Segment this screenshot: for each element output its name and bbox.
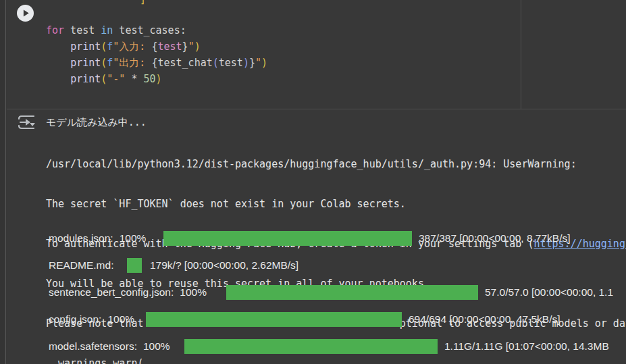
progress-percent: 100%	[120, 232, 147, 244]
warning-block: /usr/local/lib/python3.12/dist-packages/…	[46, 132, 626, 364]
code-line: for test in test_cases:	[46, 22, 267, 38]
progress-bar	[146, 312, 402, 327]
cell-output-icon	[16, 113, 36, 134]
code-cell-right-divider	[521, 0, 521, 109]
progress-row-model-safetensors: model.safetensors:100% 1.11G/1.11G [01:0…	[0, 339, 626, 354]
warning-line-secret: The secret `HF_TOKEN` does not exist in …	[46, 197, 626, 212]
progress-bar	[127, 258, 142, 273]
progress-stats: 1.11G/1.11G [01:07<00:00, 14.3MB	[444, 339, 609, 354]
progress-label: config.json:	[49, 313, 101, 325]
progress-label: sentence_bert_config.json:	[49, 286, 174, 298]
warning-line-path: /usr/local/lib/python3.12/dist-packages/…	[46, 157, 626, 172]
code-line: print(f"出力: {test_chat(test)}")	[46, 55, 267, 71]
progress-percent: 100%	[143, 340, 170, 352]
progress-stats: 57.0/57.0 [00:00<00:00, 1.1	[485, 285, 613, 300]
progress-bar	[226, 285, 478, 300]
progress-row-config-json: config.json:100% 694/694 [00:00<00:00, 4…	[0, 312, 626, 327]
progress-row-sentence-bert-config: sentence_bert_config.json:100% 57.0/57.0…	[0, 285, 626, 300]
progress-row-readme-md: README.md: 179k/? [00:00<00:00, 2.62MB/s…	[0, 258, 626, 273]
progress-percent: 100%	[107, 313, 134, 325]
code-editor[interactable]: for test in test_cases: print(f"入力: {tes…	[46, 22, 267, 87]
code-line: print("-" * 50)	[46, 71, 267, 87]
stray-bracket: ]	[140, 0, 146, 5]
code-line: print(f"入力: {test}")	[46, 38, 267, 55]
progress-bar	[163, 231, 412, 246]
progress-stats: 387/387 [00:00<00:00, 8.77kB/s]	[419, 231, 571, 246]
progress-label: README.md:	[49, 259, 113, 271]
progress-row-modules-json: modules.json:100% 387/387 [00:00<00:00, …	[0, 231, 626, 246]
progress-label: model.safetensors:	[49, 340, 137, 352]
notebook-left-gutter	[0, 0, 6, 364]
run-cell-button[interactable]	[17, 5, 34, 22]
progress-stats: 694/694 [00:00<00:00, 47.5kB/s]	[409, 312, 560, 327]
warning-line-warn-call: warnings.warn(	[46, 356, 626, 364]
progress-percent: 100%	[180, 286, 207, 298]
progress-label: modules.json:	[49, 232, 113, 244]
cell-output-divider	[7, 109, 626, 109]
play-icon	[17, 14, 34, 24]
status-text: モデル読み込み中...	[46, 115, 147, 130]
progress-stats: 179k/? [00:00<00:00, 2.62MB/s]	[150, 258, 298, 273]
progress-bar	[184, 339, 438, 354]
